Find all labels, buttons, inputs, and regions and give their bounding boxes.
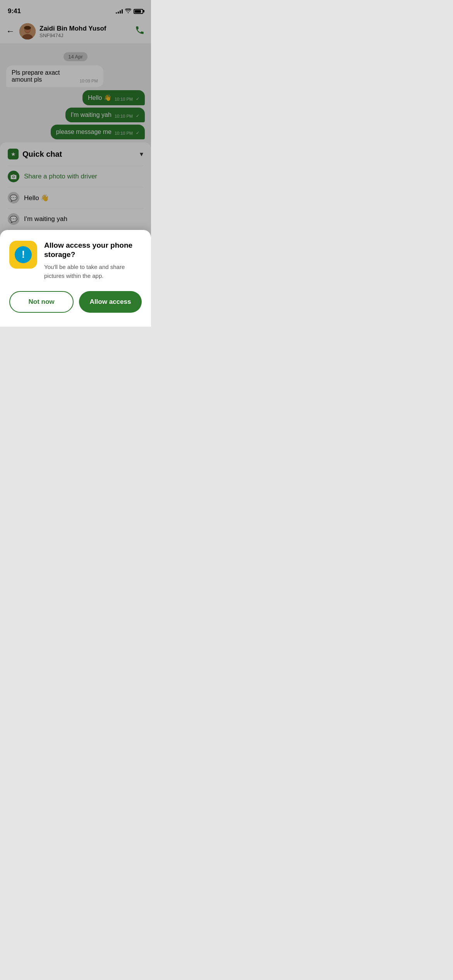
dialog-title: Allow access your phone storage?: [44, 241, 142, 260]
dialog-description: You'll be able to take and share picture…: [44, 263, 142, 280]
dialog-text: Allow access your phone storage? You'll …: [44, 241, 142, 280]
permission-dialog: ! Allow access your phone storage? You'l…: [0, 230, 151, 327]
dialog-buttons: Not now Allow access: [9, 291, 142, 313]
storage-app-icon: !: [9, 241, 37, 269]
dialog-content: ! Allow access your phone storage? You'l…: [9, 241, 142, 280]
exclamation-icon: !: [15, 246, 32, 263]
allow-access-button[interactable]: Allow access: [79, 291, 142, 313]
not-now-button[interactable]: Not now: [9, 291, 74, 313]
